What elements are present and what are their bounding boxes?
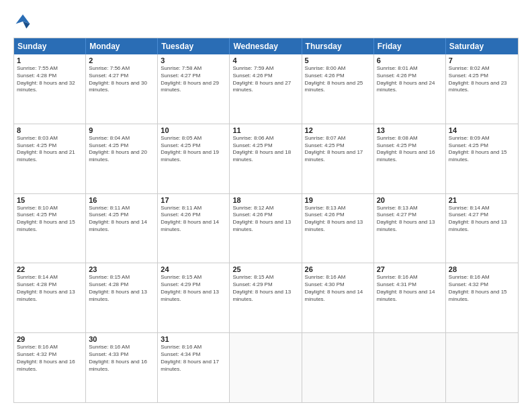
calendar-cell: 2Sunrise: 7:56 AMSunset: 4:27 PMDaylight… (86, 54, 158, 124)
calendar-row: 8Sunrise: 8:03 AMSunset: 4:25 PMDaylight… (14, 124, 518, 193)
calendar-cell: 20Sunrise: 8:13 AMSunset: 4:27 PMDayligh… (374, 194, 446, 263)
cell-text: Sunrise: 8:13 AMSunset: 4:27 PMDaylight:… (377, 205, 443, 234)
logo (13, 12, 35, 31)
cell-text: Sunrise: 8:15 AMSunset: 4:29 PMDaylight:… (232, 274, 298, 303)
cell-text: Sunrise: 8:09 AMSunset: 4:25 PMDaylight:… (449, 135, 515, 164)
calendar-cell: 23Sunrise: 8:15 AMSunset: 4:28 PMDayligh… (86, 263, 158, 332)
cell-text: Sunrise: 8:00 AMSunset: 4:26 PMDaylight:… (305, 65, 371, 94)
calendar-cell: 9Sunrise: 8:04 AMSunset: 4:25 PMDaylight… (86, 124, 158, 193)
day-number: 9 (89, 126, 154, 134)
day-number: 11 (232, 126, 298, 134)
cell-text: Sunrise: 8:03 AMSunset: 4:25 PMDaylight:… (17, 135, 83, 164)
day-number: 13 (377, 126, 443, 134)
cell-text: Sunrise: 8:07 AMSunset: 4:25 PMDaylight:… (305, 135, 371, 164)
day-number: 25 (232, 265, 298, 273)
day-number: 22 (17, 265, 83, 273)
cell-text: Sunrise: 8:11 AMSunset: 4:25 PMDaylight:… (89, 205, 154, 234)
cell-text: Sunrise: 8:12 AMSunset: 4:26 PMDaylight:… (232, 205, 298, 234)
calendar-cell: 24Sunrise: 8:15 AMSunset: 4:29 PMDayligh… (158, 263, 230, 332)
calendar-cell: 25Sunrise: 8:15 AMSunset: 4:29 PMDayligh… (230, 263, 302, 332)
calendar-cell: 6Sunrise: 8:01 AMSunset: 4:26 PMDaylight… (374, 54, 446, 124)
svg-marker-0 (16, 15, 30, 24)
calendar-header-cell: Friday (374, 38, 446, 54)
calendar-cell: 13Sunrise: 8:08 AMSunset: 4:25 PMDayligh… (374, 124, 446, 193)
calendar-cell: 29Sunrise: 8:16 AMSunset: 4:32 PMDayligh… (14, 333, 86, 402)
calendar-cell: 3Sunrise: 7:58 AMSunset: 4:27 PMDaylight… (158, 54, 230, 124)
calendar-cell-empty (446, 333, 518, 402)
page: SundayMondayTuesdayWednesdayThursdayFrid… (0, 0, 532, 411)
cell-text: Sunrise: 8:16 AMSunset: 4:32 PMDaylight:… (17, 344, 83, 373)
day-number: 31 (161, 335, 226, 343)
day-number: 4 (232, 56, 298, 64)
calendar-cell-empty (230, 333, 302, 402)
calendar-body: 1Sunrise: 7:55 AMSunset: 4:28 PMDaylight… (14, 54, 518, 402)
calendar-cell: 12Sunrise: 8:07 AMSunset: 4:25 PMDayligh… (302, 124, 374, 193)
calendar-cell: 1Sunrise: 7:55 AMSunset: 4:28 PMDaylight… (14, 54, 86, 124)
day-number: 26 (305, 265, 371, 273)
cell-text: Sunrise: 8:11 AMSunset: 4:26 PMDaylight:… (161, 205, 226, 234)
calendar: SundayMondayTuesdayWednesdayThursdayFrid… (13, 38, 519, 403)
day-number: 30 (89, 335, 154, 343)
calendar-cell: 11Sunrise: 8:06 AMSunset: 4:25 PMDayligh… (230, 124, 302, 193)
calendar-cell: 16Sunrise: 8:11 AMSunset: 4:25 PMDayligh… (86, 194, 158, 263)
day-number: 8 (17, 126, 83, 134)
calendar-cell-empty (374, 333, 446, 402)
calendar-row: 22Sunrise: 8:14 AMSunset: 4:28 PMDayligh… (14, 263, 518, 332)
calendar-cell: 14Sunrise: 8:09 AMSunset: 4:25 PMDayligh… (446, 124, 518, 193)
calendar-cell: 28Sunrise: 8:16 AMSunset: 4:32 PMDayligh… (446, 263, 518, 332)
calendar-cell: 5Sunrise: 8:00 AMSunset: 4:26 PMDaylight… (302, 54, 374, 124)
calendar-header-cell: Sunday (14, 38, 86, 54)
day-number: 17 (161, 196, 226, 204)
calendar-header-cell: Monday (86, 38, 158, 54)
cell-text: Sunrise: 8:14 AMSunset: 4:28 PMDaylight:… (17, 274, 83, 303)
day-number: 20 (377, 196, 443, 204)
calendar-header-cell: Thursday (302, 38, 374, 54)
cell-text: Sunrise: 8:05 AMSunset: 4:25 PMDaylight:… (161, 135, 226, 164)
cell-text: Sunrise: 7:56 AMSunset: 4:27 PMDaylight:… (89, 65, 154, 94)
cell-text: Sunrise: 7:59 AMSunset: 4:26 PMDaylight:… (232, 65, 298, 94)
day-number: 12 (305, 126, 371, 134)
calendar-cell: 19Sunrise: 8:13 AMSunset: 4:26 PMDayligh… (302, 194, 374, 263)
day-number: 10 (161, 126, 226, 134)
day-number: 6 (377, 56, 443, 64)
calendar-cell: 31Sunrise: 8:16 AMSunset: 4:34 PMDayligh… (158, 333, 230, 402)
day-number: 21 (449, 196, 515, 204)
cell-text: Sunrise: 8:04 AMSunset: 4:25 PMDaylight:… (89, 135, 154, 164)
calendar-cell: 10Sunrise: 8:05 AMSunset: 4:25 PMDayligh… (158, 124, 230, 193)
day-number: 29 (17, 335, 83, 343)
day-number: 24 (161, 265, 226, 273)
calendar-cell: 21Sunrise: 8:14 AMSunset: 4:27 PMDayligh… (446, 194, 518, 263)
cell-text: Sunrise: 8:15 AMSunset: 4:28 PMDaylight:… (89, 274, 154, 303)
calendar-cell: 30Sunrise: 8:16 AMSunset: 4:33 PMDayligh… (86, 333, 158, 402)
cell-text: Sunrise: 7:58 AMSunset: 4:27 PMDaylight:… (161, 65, 226, 94)
day-number: 15 (17, 196, 83, 204)
logo-icon (13, 12, 32, 31)
day-number: 16 (89, 196, 154, 204)
calendar-row: 15Sunrise: 8:10 AMSunset: 4:25 PMDayligh… (14, 193, 518, 263)
header (13, 12, 519, 31)
cell-text: Sunrise: 8:02 AMSunset: 4:25 PMDaylight:… (449, 65, 515, 94)
day-number: 18 (232, 196, 298, 204)
cell-text: Sunrise: 8:13 AMSunset: 4:26 PMDaylight:… (305, 205, 371, 234)
day-number: 3 (161, 56, 226, 64)
day-number: 7 (449, 56, 515, 64)
calendar-header-cell: Tuesday (158, 38, 230, 54)
day-number: 27 (377, 265, 443, 273)
calendar-cell-empty (302, 333, 374, 402)
calendar-cell: 4Sunrise: 7:59 AMSunset: 4:26 PMDaylight… (230, 54, 302, 124)
cell-text: Sunrise: 8:14 AMSunset: 4:27 PMDaylight:… (449, 205, 515, 234)
cell-text: Sunrise: 8:16 AMSunset: 4:30 PMDaylight:… (305, 274, 371, 303)
cell-text: Sunrise: 8:16 AMSunset: 4:34 PMDaylight:… (161, 344, 226, 373)
calendar-cell: 17Sunrise: 8:11 AMSunset: 4:26 PMDayligh… (158, 194, 230, 263)
calendar-cell: 22Sunrise: 8:14 AMSunset: 4:28 PMDayligh… (14, 263, 86, 332)
cell-text: Sunrise: 8:06 AMSunset: 4:25 PMDaylight:… (232, 135, 298, 164)
calendar-cell: 8Sunrise: 8:03 AMSunset: 4:25 PMDaylight… (14, 124, 86, 193)
calendar-cell: 27Sunrise: 8:16 AMSunset: 4:31 PMDayligh… (374, 263, 446, 332)
day-number: 1 (17, 56, 83, 64)
calendar-row: 29Sunrise: 8:16 AMSunset: 4:32 PMDayligh… (14, 332, 518, 402)
calendar-cell: 7Sunrise: 8:02 AMSunset: 4:25 PMDaylight… (446, 54, 518, 124)
cell-text: Sunrise: 8:10 AMSunset: 4:25 PMDaylight:… (17, 205, 83, 234)
cell-text: Sunrise: 8:08 AMSunset: 4:25 PMDaylight:… (377, 135, 443, 164)
day-number: 5 (305, 56, 371, 64)
calendar-row: 1Sunrise: 7:55 AMSunset: 4:28 PMDaylight… (14, 54, 518, 124)
